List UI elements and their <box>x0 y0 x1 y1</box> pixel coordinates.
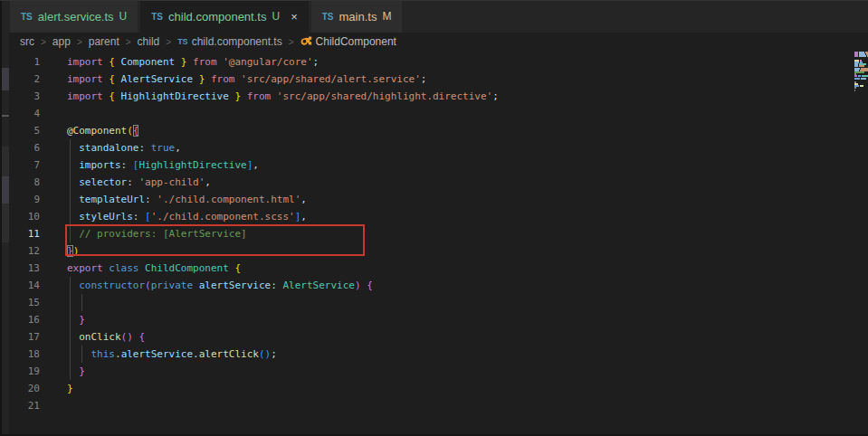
code-text: } <box>67 363 85 380</box>
tab-label: main.ts <box>339 10 377 24</box>
code-line: 4 <box>0 105 868 122</box>
code-line: 9 templateUrl: './child.component.html', <box>0 191 868 208</box>
code-line: 8 selector: 'app-child', <box>0 174 868 191</box>
editor-tab-bar: TSalert.service.tsUTSchild.component.tsU… <box>0 0 868 33</box>
vscode-window: TSalert.service.tsUTSchild.component.tsU… <box>0 0 868 436</box>
code-line: 7 imports: [HighlightDirective], <box>0 156 868 174</box>
ts-icon: TS <box>151 12 163 22</box>
code-line: 20} <box>0 380 868 397</box>
breadcrumb: src>app>parent>child>TSchild.component.t… <box>0 33 868 51</box>
breadcrumb-item-app[interactable]: app <box>52 35 71 48</box>
code-line: 18 this.alertService.alertClick(); <box>0 346 868 363</box>
code-line: 5@Component({ <box>0 122 868 139</box>
ts-icon: TS <box>21 12 33 22</box>
indent-guide <box>81 294 82 311</box>
symbol-class-icon <box>300 34 312 49</box>
git-status-badge: U <box>119 10 128 23</box>
code-text: import { HighlightDirective } from 'src/… <box>67 88 499 105</box>
minimap[interactable] <box>854 52 868 106</box>
chevron-right-icon: > <box>126 37 131 47</box>
indent-guide <box>70 294 71 311</box>
breadcrumb-label: child.component.ts <box>192 35 282 48</box>
code-line: 1import { Component } from '@angular/cor… <box>0 53 868 71</box>
breadcrumb-label: ChildComponent <box>316 35 396 48</box>
code-text: templateUrl: './child.component.html', <box>67 191 307 208</box>
code-line: 19 } <box>0 363 868 380</box>
ts-icon: TS <box>322 12 334 22</box>
annotation-box <box>65 224 365 256</box>
code-text: @Component({ <box>67 122 138 139</box>
tab-label: child.component.ts <box>168 10 266 24</box>
code-text: onClick() { <box>67 328 145 346</box>
code-line: 3import { HighlightDirective } from 'src… <box>0 88 868 105</box>
tab-alert-service[interactable]: TSalert.service.tsU <box>10 0 138 33</box>
breadcrumb-item-child-component-ts[interactable]: TSchild.component.ts <box>177 35 282 48</box>
code-text: constructor(private alertService: AlertS… <box>67 277 373 294</box>
code-line: 6 standalone: true, <box>0 139 868 156</box>
breadcrumb-label: parent <box>89 35 119 48</box>
code-text: selector: 'app-child', <box>67 174 211 191</box>
ts-icon: TS <box>177 37 188 46</box>
code-line: 17 onClick() { <box>0 328 868 346</box>
code-text: import { AlertService } from 'src/app/sh… <box>67 71 426 88</box>
code-text: } <box>67 311 85 328</box>
chevron-right-icon: > <box>77 37 82 47</box>
breadcrumb-item-child[interactable]: child <box>138 35 160 48</box>
code-text: export class ChildComponent { <box>67 260 241 277</box>
code-line: 21 <box>0 397 868 414</box>
breadcrumb-item-src[interactable]: src <box>20 35 34 48</box>
window-border-left <box>0 0 2 436</box>
code-text: import { Component } from '@angular/core… <box>67 53 319 71</box>
code-line: 14 constructor(private alertService: Ale… <box>0 277 868 294</box>
code-text: imports: [HighlightDirective], <box>67 156 259 174</box>
git-status-badge: U <box>272 10 280 23</box>
code-text: this.alertService.alertClick(); <box>67 346 277 363</box>
tab-child-component[interactable]: TSchild.component.tsU× <box>140 0 308 33</box>
chevron-right-icon: > <box>289 37 294 47</box>
code-line: 2import { AlertService } from 'src/app/s… <box>0 71 868 88</box>
chevron-right-icon: > <box>166 37 171 47</box>
breadcrumb-label: src <box>20 35 34 48</box>
chevron-right-icon: > <box>41 37 46 47</box>
code-line: 13export class ChildComponent { <box>0 260 868 277</box>
code-line: 10 styleUrls: ['./child.component.scss']… <box>0 208 868 225</box>
code-line: 16 } <box>0 311 868 328</box>
close-icon[interactable]: × <box>291 11 298 23</box>
breadcrumb-label: child <box>138 35 160 48</box>
tab-main[interactable]: TSmain.tsM <box>311 0 403 33</box>
code-text: styleUrls: ['./child.component.scss'], <box>67 208 307 225</box>
breadcrumb-item-parent[interactable]: parent <box>89 35 119 48</box>
git-status-badge: M <box>382 10 391 23</box>
window-border-top <box>0 0 868 1</box>
breadcrumb-item-childcomponent[interactable]: ChildComponent <box>300 34 396 49</box>
tab-label: alert.service.ts <box>38 10 114 24</box>
code-line: 15 <box>0 294 868 311</box>
code-text: standalone: true, <box>67 139 181 156</box>
code-text: } <box>67 380 73 397</box>
breadcrumb-label: app <box>52 35 71 48</box>
